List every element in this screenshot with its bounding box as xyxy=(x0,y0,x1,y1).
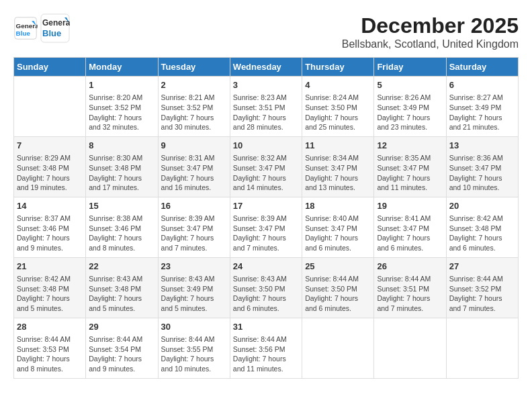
calendar-cell xyxy=(302,318,374,378)
calendar-cell: 4 Sunrise: 8:24 AM Sunset: 3:50 PM Dayli… xyxy=(302,77,374,137)
calendar-cell: 27 Sunrise: 8:44 AM Sunset: 3:52 PM Dayl… xyxy=(446,257,518,318)
cell-info: Sunrise: 8:32 AM Sunset: 3:47 PM Dayligh… xyxy=(233,153,299,193)
cell-info: Sunrise: 8:44 AM Sunset: 3:50 PM Dayligh… xyxy=(305,274,371,314)
day-number: 20 xyxy=(449,200,515,212)
day-number: 10 xyxy=(233,140,299,152)
location-subtitle: Bellsbank, Scotland, United Kingdom xyxy=(342,38,519,50)
calendar-cell: 26 Sunrise: 8:44 AM Sunset: 3:51 PM Dayl… xyxy=(374,257,446,318)
calendar-cell: 3 Sunrise: 8:23 AM Sunset: 3:51 PM Dayli… xyxy=(230,77,302,137)
calendar-cell: 31 Sunrise: 8:44 AM Sunset: 3:56 PM Dayl… xyxy=(230,318,302,378)
day-number: 1 xyxy=(89,79,154,91)
col-tuesday: Tuesday xyxy=(158,58,230,77)
cell-info: Sunrise: 8:39 AM Sunset: 3:47 PM Dayligh… xyxy=(161,214,227,253)
calendar-cell: 13 Sunrise: 8:36 AM Sunset: 3:47 PM Dayl… xyxy=(446,136,518,197)
cell-info: Sunrise: 8:42 AM Sunset: 3:48 PM Dayligh… xyxy=(449,214,515,253)
svg-text:Blue: Blue xyxy=(42,28,61,38)
calendar-week-row: 7 Sunrise: 8:29 AM Sunset: 3:48 PM Dayli… xyxy=(14,136,519,197)
calendar-cell: 20 Sunrise: 8:42 AM Sunset: 3:48 PM Dayl… xyxy=(446,197,518,257)
col-saturday: Saturday xyxy=(446,58,518,77)
cell-info: Sunrise: 8:23 AM Sunset: 3:51 PM Dayligh… xyxy=(233,93,299,132)
day-number: 17 xyxy=(233,200,299,212)
day-number: 15 xyxy=(89,200,154,212)
col-sunday: Sunday xyxy=(14,58,86,77)
calendar-cell: 2 Sunrise: 8:21 AM Sunset: 3:52 PM Dayli… xyxy=(158,77,230,137)
col-wednesday: Wednesday xyxy=(230,58,302,77)
day-number: 6 xyxy=(449,79,515,91)
day-number: 11 xyxy=(305,140,371,152)
cell-info: Sunrise: 8:42 AM Sunset: 3:48 PM Dayligh… xyxy=(17,274,83,314)
day-number: 24 xyxy=(233,261,299,273)
month-year-title: December 2025 xyxy=(342,13,519,38)
calendar-cell: 12 Sunrise: 8:35 AM Sunset: 3:47 PM Dayl… xyxy=(374,136,446,197)
cell-info: Sunrise: 8:20 AM Sunset: 3:52 PM Dayligh… xyxy=(89,93,154,132)
day-number: 22 xyxy=(89,261,154,273)
cell-info: Sunrise: 8:43 AM Sunset: 3:48 PM Dayligh… xyxy=(89,274,154,314)
day-number: 9 xyxy=(161,140,227,152)
day-number: 23 xyxy=(161,261,227,273)
calendar-cell: 30 Sunrise: 8:44 AM Sunset: 3:55 PM Dayl… xyxy=(158,318,230,378)
calendar-cell: 24 Sunrise: 8:43 AM Sunset: 3:50 PM Dayl… xyxy=(230,257,302,318)
svg-text:General: General xyxy=(42,18,70,28)
cell-info: Sunrise: 8:44 AM Sunset: 3:51 PM Dayligh… xyxy=(377,274,443,314)
calendar-cell: 23 Sunrise: 8:43 AM Sunset: 3:49 PM Dayl… xyxy=(158,257,230,318)
cell-info: Sunrise: 8:40 AM Sunset: 3:47 PM Dayligh… xyxy=(305,214,371,253)
calendar-header-row: Sunday Monday Tuesday Wednesday Thursday… xyxy=(14,58,519,77)
day-number: 12 xyxy=(377,140,443,152)
day-number: 16 xyxy=(161,200,227,212)
cell-info: Sunrise: 8:26 AM Sunset: 3:49 PM Dayligh… xyxy=(377,93,443,132)
day-number: 2 xyxy=(161,79,227,91)
col-monday: Monday xyxy=(86,58,158,77)
cell-info: Sunrise: 8:30 AM Sunset: 3:48 PM Dayligh… xyxy=(89,153,154,193)
cell-info: Sunrise: 8:38 AM Sunset: 3:46 PM Dayligh… xyxy=(89,214,154,253)
calendar-cell: 9 Sunrise: 8:31 AM Sunset: 3:47 PM Dayli… xyxy=(158,136,230,197)
day-number: 27 xyxy=(449,261,515,273)
day-number: 26 xyxy=(377,261,443,273)
cell-info: Sunrise: 8:44 AM Sunset: 3:56 PM Dayligh… xyxy=(233,334,299,374)
calendar-cell: 19 Sunrise: 8:41 AM Sunset: 3:47 PM Dayl… xyxy=(374,197,446,257)
calendar-week-row: 21 Sunrise: 8:42 AM Sunset: 3:48 PM Dayl… xyxy=(14,257,519,318)
day-number: 7 xyxy=(17,140,83,152)
cell-info: Sunrise: 8:35 AM Sunset: 3:47 PM Dayligh… xyxy=(377,153,443,193)
calendar-title-block: December 2025 Bellsbank, Scotland, Unite… xyxy=(342,13,519,50)
calendar-cell: 7 Sunrise: 8:29 AM Sunset: 3:48 PM Dayli… xyxy=(14,136,86,197)
day-number: 28 xyxy=(17,321,83,333)
logo-graphic: General Blue xyxy=(40,13,70,43)
day-number: 29 xyxy=(89,321,154,333)
cell-info: Sunrise: 8:44 AM Sunset: 3:53 PM Dayligh… xyxy=(17,334,83,374)
calendar-cell: 14 Sunrise: 8:37 AM Sunset: 3:46 PM Dayl… xyxy=(14,197,86,257)
calendar-week-row: 14 Sunrise: 8:37 AM Sunset: 3:46 PM Dayl… xyxy=(14,197,519,257)
day-number: 14 xyxy=(17,200,83,212)
calendar-cell: 15 Sunrise: 8:38 AM Sunset: 3:46 PM Dayl… xyxy=(86,197,158,257)
day-number: 3 xyxy=(233,79,299,91)
day-number: 30 xyxy=(161,321,227,333)
calendar-cell xyxy=(14,77,86,137)
calendar-cell: 22 Sunrise: 8:43 AM Sunset: 3:48 PM Dayl… xyxy=(86,257,158,318)
calendar-cell: 29 Sunrise: 8:44 AM Sunset: 3:54 PM Dayl… xyxy=(86,318,158,378)
day-number: 4 xyxy=(305,79,371,91)
cell-info: Sunrise: 8:39 AM Sunset: 3:47 PM Dayligh… xyxy=(233,214,299,253)
calendar-cell: 8 Sunrise: 8:30 AM Sunset: 3:48 PM Dayli… xyxy=(86,136,158,197)
day-number: 19 xyxy=(377,200,443,212)
cell-info: Sunrise: 8:43 AM Sunset: 3:50 PM Dayligh… xyxy=(233,274,299,314)
cell-info: Sunrise: 8:44 AM Sunset: 3:55 PM Dayligh… xyxy=(161,334,227,374)
col-friday: Friday xyxy=(374,58,446,77)
cell-info: Sunrise: 8:27 AM Sunset: 3:49 PM Dayligh… xyxy=(449,93,515,132)
cell-info: Sunrise: 8:44 AM Sunset: 3:54 PM Dayligh… xyxy=(89,334,154,374)
page-header: General Blue General Blue December 2025 … xyxy=(13,13,519,50)
cell-info: Sunrise: 8:21 AM Sunset: 3:52 PM Dayligh… xyxy=(161,93,227,132)
day-number: 18 xyxy=(305,200,371,212)
calendar-cell: 6 Sunrise: 8:27 AM Sunset: 3:49 PM Dayli… xyxy=(446,77,518,137)
cell-info: Sunrise: 8:44 AM Sunset: 3:52 PM Dayligh… xyxy=(449,274,515,314)
calendar-cell: 5 Sunrise: 8:26 AM Sunset: 3:49 PM Dayli… xyxy=(374,77,446,137)
cell-info: Sunrise: 8:41 AM Sunset: 3:47 PM Dayligh… xyxy=(377,214,443,253)
day-number: 31 xyxy=(233,321,299,333)
cell-info: Sunrise: 8:29 AM Sunset: 3:48 PM Dayligh… xyxy=(17,153,83,193)
day-number: 21 xyxy=(17,261,83,273)
calendar-cell: 1 Sunrise: 8:20 AM Sunset: 3:52 PM Dayli… xyxy=(86,77,158,137)
calendar-cell xyxy=(446,318,518,378)
logo: General Blue General Blue xyxy=(13,13,70,43)
calendar-cell: 25 Sunrise: 8:44 AM Sunset: 3:50 PM Dayl… xyxy=(302,257,374,318)
day-number: 5 xyxy=(377,79,443,91)
cell-info: Sunrise: 8:36 AM Sunset: 3:47 PM Dayligh… xyxy=(449,153,515,193)
calendar-cell: 18 Sunrise: 8:40 AM Sunset: 3:47 PM Dayl… xyxy=(302,197,374,257)
